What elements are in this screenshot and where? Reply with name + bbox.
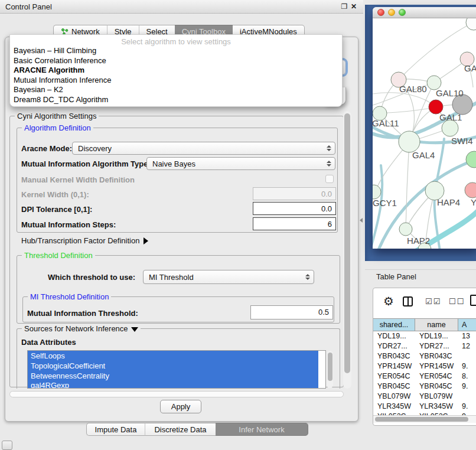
node-label-gcy1: GCY1 <box>373 198 397 208</box>
cell: YDL19... <box>373 331 415 341</box>
network-edge <box>380 107 436 113</box>
cell: 12 <box>458 341 476 351</box>
mi-steps-field[interactable]: 6 <box>253 217 336 230</box>
table-row[interactable]: YDR27...YDR27...12 <box>373 341 476 351</box>
table-panel: ⚙ ☑☑ ☐☐ shared... name A YDL19...YDL19..… <box>373 288 476 426</box>
zoom-window-icon[interactable] <box>399 9 406 16</box>
algorithm-option[interactable]: Dream8 DC_TDC Algorithm <box>10 95 342 105</box>
table-panel-title: Table Panel <box>376 272 416 281</box>
dpi-tolerance-label: DPI Tolerance [0,1]: <box>21 205 92 214</box>
show-columns-icon[interactable]: ☑☑ <box>425 297 441 306</box>
cell: 9. <box>458 381 476 392</box>
attributes-list-scrollbar[interactable] <box>327 351 333 388</box>
tab-infer-network-label: Infer Network <box>239 425 284 434</box>
mi-threshold-field[interactable]: 0.5 <box>250 305 333 319</box>
algorithm-option-selected[interactable]: ARACNE Algorithm <box>10 66 342 76</box>
node-label-gal10: GAL10 <box>436 88 464 98</box>
mi-algorithm-type-value: Naive Bayes <box>152 159 195 168</box>
stepper-arrows-icon <box>305 274 310 280</box>
table-row[interactable]: YPR145WYPR145W9. <box>373 361 476 371</box>
new-table-icon[interactable] <box>470 295 476 306</box>
network-view-window[interactable]: GAL GAL80 GAL10 GAL1 GAL11 SWI4 GAL4 GCY… <box>373 7 476 249</box>
table-horizontal-scrollbar[interactable] <box>373 415 476 423</box>
stepper-arrows-icon <box>327 145 331 151</box>
algorithm-option[interactable]: Bayesian – Hill Climbing <box>10 46 342 56</box>
algorithm-option[interactable]: Basic Correlation Inference <box>10 56 342 66</box>
network-canvas[interactable]: GAL GAL80 GAL10 GAL1 GAL11 SWI4 GAL4 GCY… <box>373 18 476 249</box>
network-node[interactable] <box>466 18 476 30</box>
cell: YBR045C <box>373 381 415 392</box>
table-header-row: shared... name A <box>373 318 476 331</box>
cell: 8. <box>458 371 476 381</box>
tab-discretize-data[interactable]: Discretize Data <box>145 423 216 436</box>
cell: 9. <box>458 402 476 412</box>
panel-vertical-scrollbar[interactable] <box>343 111 351 389</box>
network-node[interactable] <box>465 182 476 198</box>
partial-corner-button[interactable] <box>2 441 12 450</box>
network-node-swi4[interactable] <box>442 120 458 136</box>
table-panel-toolbar: ⚙ ☑☑ ☐☐ <box>373 288 476 318</box>
column-header-name[interactable]: name <box>415 319 458 331</box>
tab-impute-data-label: Impute Data <box>95 425 137 434</box>
network-node[interactable] <box>466 151 476 168</box>
attribute-item-selected[interactable]: gal4RGexp <box>28 380 318 389</box>
hub-definition-expander[interactable]: Hub/Transcription Factor Definition <box>21 236 148 245</box>
cyni-bottom-tabs: Impute Data Discretize Data Infer Networ… <box>86 423 308 436</box>
aracne-mode-select[interactable]: Discovery <box>72 142 335 155</box>
cell: YPR145W <box>415 361 458 371</box>
apply-button[interactable]: Apply <box>160 400 201 413</box>
cell: YBL079W <box>373 392 415 402</box>
attribute-item-selected[interactable]: SelfLoops <box>28 351 318 361</box>
column-header-partial[interactable]: A <box>458 319 476 331</box>
table-row[interactable]: YDL19...YDL19...13 <box>373 331 476 341</box>
gear-icon[interactable]: ⚙ <box>383 295 394 307</box>
control-panel-title: Control Panel <box>0 2 340 11</box>
network-node-gcy1[interactable] <box>373 185 381 199</box>
algorithm-option[interactable]: Bayesian – K2 <box>10 85 342 95</box>
dock-separator <box>365 269 476 270</box>
float-window-icon[interactable]: ❐ <box>340 2 349 11</box>
attribute-item-selected[interactable]: TopologicalCoefficient <box>28 361 318 371</box>
cell: YBR045C <box>415 381 458 392</box>
control-panel-titlebar: Control Panel ❐ ✕ <box>0 0 363 14</box>
attribute-item-selected[interactable]: BetweennessCentrality <box>28 371 318 381</box>
algorithm-definition-title: Algorithm Definition <box>22 123 93 132</box>
hide-columns-icon[interactable]: ☐☐ <box>449 297 465 306</box>
mi-steps-label: Mutual Information Steps: <box>21 220 116 229</box>
network-window-titlebar[interactable] <box>373 7 476 18</box>
splitter-collapse-icon[interactable] <box>360 218 363 223</box>
manual-kernel-width-checkbox[interactable] <box>325 175 334 183</box>
kernel-width-field[interactable]: 0.0 <box>253 187 336 200</box>
node-label-hap4: HAP4 <box>437 197 460 207</box>
network-node-gal4[interactable] <box>399 131 420 152</box>
table-rows: YDL19...YDL19...13 YDR27...YDR27...12 YB… <box>373 331 476 415</box>
cell: YDL19... <box>415 331 458 341</box>
network-node-hap2[interactable] <box>399 223 412 236</box>
table-row[interactable]: YBR043CYBR043C <box>373 351 476 361</box>
columns-icon[interactable] <box>403 296 413 306</box>
cell: YER054C <box>373 371 415 381</box>
table-row[interactable]: YBR045CYBR045C9. <box>373 381 476 392</box>
aracne-mode-value: Discovery <box>78 144 112 153</box>
tab-infer-network[interactable]: Infer Network <box>216 423 308 436</box>
cyni-settings-group-title: Cyni Algorithm Settings <box>15 112 99 120</box>
cell: YBR043C <box>373 351 415 361</box>
panel-horizontal-scrollbar[interactable] <box>9 391 344 397</box>
table-row[interactable]: YER054CYER054C8. <box>373 371 476 381</box>
close-panel-icon[interactable]: ✕ <box>349 2 358 11</box>
dpi-tolerance-field[interactable]: 0.0 <box>253 202 336 215</box>
mi-algorithm-type-select[interactable]: Naive Bayes <box>146 157 335 170</box>
algorithm-option[interactable]: Mutual Information Inference <box>10 76 342 86</box>
cell: YDR27... <box>415 341 458 351</box>
node-label: GAL <box>464 63 476 73</box>
column-header-shared-name[interactable]: shared... <box>373 319 415 331</box>
which-threshold-value: MI Threshold <box>149 273 194 282</box>
which-threshold-select[interactable]: MI Threshold <box>143 270 314 284</box>
minimize-window-icon[interactable] <box>388 9 395 16</box>
table-row[interactable]: YBL079WYBL079W <box>373 392 476 402</box>
close-window-icon[interactable] <box>377 9 384 16</box>
table-row[interactable]: YLR345WYLR345W9. <box>373 402 476 412</box>
aracne-mode-label: Aracne Mode: <box>21 144 72 153</box>
tab-impute-data[interactable]: Impute Data <box>86 423 145 436</box>
scrollbar-thumb[interactable] <box>375 417 468 422</box>
